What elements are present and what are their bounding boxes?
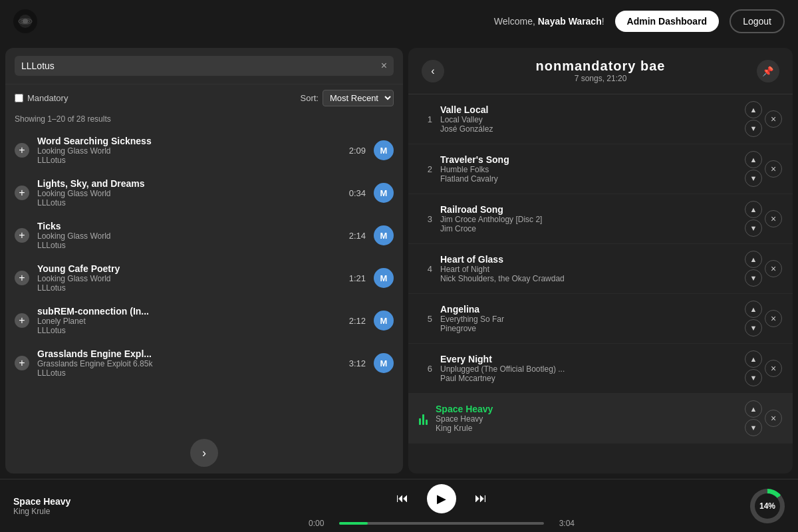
move-up-button[interactable]: ▲ (745, 151, 762, 168)
song-album: Lonely Planet (37, 317, 341, 326)
playlist-song-title: Angelina (440, 304, 737, 315)
move-down-button[interactable]: ▼ (745, 319, 762, 336)
move-up-button[interactable]: ▲ (745, 350, 762, 368)
playlist-back-button[interactable]: ‹ (422, 60, 444, 82)
move-down-button[interactable]: ▼ (745, 369, 762, 386)
song-info: Ticks Looking Glass World LLLotus (37, 221, 341, 250)
song-actions: ▲ ▼ × (745, 301, 782, 336)
add-song-button[interactable]: + (15, 186, 29, 200)
search-result-item[interactable]: + Grasslands Engine Expl... Grasslands E… (5, 342, 403, 384)
playlist-song-item[interactable]: 2 Traveler's Song Humble Folks Flatland … (408, 144, 793, 194)
remove-song-button[interactable]: × (765, 360, 782, 377)
welcome-text: Welcome, Nayab Warach! (494, 16, 604, 27)
skip-forward-button[interactable]: ⏭ (469, 487, 492, 510)
search-result-item[interactable]: + Lights, Sky, and Dreams Looking Glass … (5, 172, 403, 214)
logout-button[interactable]: Logout (730, 9, 785, 33)
song-info: Young Cafe Poetry Looking Glass World LL… (37, 263, 341, 293)
reorder-buttons: ▲ ▼ (745, 400, 762, 436)
playlist-song-title: Heart of Glass (440, 254, 737, 265)
filter-row: Mandatory Sort: Most Recent Alphabetical… (5, 84, 403, 112)
volume-control[interactable]: 14% (750, 489, 785, 523)
results-info: Showing 1–20 of 28 results (5, 112, 403, 129)
playlist-song-artist: Jim Croce (440, 224, 737, 233)
playlist-song-title: Space Heavy (436, 404, 737, 414)
reorder-buttons: ▲ ▼ (745, 350, 762, 386)
search-input[interactable] (21, 61, 376, 71)
playlist-song-album: Heart of Night (440, 265, 737, 274)
remove-song-button[interactable]: × (765, 260, 782, 277)
playlist-song-item[interactable]: Space Heavy Space Heavy King Krule ▲ ▼ × (408, 394, 793, 444)
mandatory-checkbox[interactable] (15, 94, 23, 102)
playlist-song-item[interactable]: 6 Every Night Unplugged (The Official Bo… (408, 344, 793, 394)
song-actions: ▲ ▼ × (745, 101, 782, 137)
next-page-button[interactable]: › (190, 439, 218, 467)
song-duration: 2:12 (349, 316, 366, 326)
move-up-button[interactable]: ▲ (745, 251, 762, 268)
mandatory-checkbox-label[interactable]: Mandatory (15, 93, 68, 103)
remove-song-button[interactable]: × (765, 160, 782, 178)
sort-select[interactable]: Most Recent Alphabetical Duration (323, 90, 394, 106)
add-song-button[interactable]: + (15, 313, 29, 328)
play-pause-button[interactable]: ▶ (427, 484, 456, 513)
playlist-song-item[interactable]: 3 Railroad Song Jim Croce Anthology [Dis… (408, 194, 793, 244)
playlist-song-title: Valle Local (440, 104, 737, 115)
playlist-header-center: nonmandatory bae 7 songs, 21:20 (536, 59, 666, 83)
song-actions: ▲ ▼ × (745, 350, 782, 386)
volume-label: 14% (755, 493, 780, 519)
search-result-item[interactable]: + Word Searching Sickness Looking Glass … (5, 129, 403, 172)
remove-song-button[interactable]: × (765, 210, 782, 227)
song-duration: 3:12 (349, 358, 366, 368)
clear-search-button[interactable]: × (381, 60, 387, 72)
remove-song-button[interactable]: × (765, 410, 782, 427)
pin-button[interactable]: 📌 (757, 60, 779, 82)
playlist-song-artist: José González (440, 124, 737, 134)
add-song-button[interactable]: + (15, 271, 29, 285)
avatar: M (374, 268, 394, 288)
admin-dashboard-button[interactable]: Admin Dashboard (615, 11, 720, 32)
add-song-button[interactable]: + (15, 356, 29, 370)
skip-back-button[interactable]: ⏮ (391, 487, 414, 510)
remove-song-button[interactable]: × (765, 310, 782, 327)
playlist-song-item[interactable]: 4 Heart of Glass Heart of Night Nick Sho… (408, 244, 793, 294)
playlist-song-artist: Pinegrove (440, 324, 737, 333)
remove-song-button[interactable]: × (765, 110, 782, 128)
current-time: 0:00 (309, 519, 332, 528)
main-content: × Mandatory Sort: Most Recent Alphabetic… (0, 43, 798, 479)
player-controls: ⏮ ▶ ⏭ 0:00 3:04 (146, 484, 737, 528)
search-result-item[interactable]: + subREM-connection (In... Lonely Planet… (5, 299, 403, 342)
avatar: M (374, 311, 394, 331)
song-artist: LLLotus (37, 241, 341, 250)
app-logo (13, 9, 37, 33)
song-title: Young Cafe Poetry (37, 263, 341, 274)
avatar: M (374, 353, 394, 373)
add-song-button[interactable]: + (15, 143, 29, 158)
playlist-song-artist: Flatland Cavalry (440, 174, 737, 184)
move-up-button[interactable]: ▲ (745, 400, 762, 418)
playlist-song-item[interactable]: 5 Angelina Everything So Far Pinegrove ▲… (408, 294, 793, 344)
reorder-buttons: ▲ ▼ (745, 151, 762, 187)
song-title: Grasslands Engine Expl... (37, 348, 341, 359)
add-song-button[interactable]: + (15, 228, 29, 243)
playlist-songs: 1 Valle Local Local Valley José González… (408, 94, 793, 473)
song-title: Ticks (37, 221, 341, 231)
search-result-item[interactable]: + Young Cafe Poetry Looking Glass World … (5, 257, 403, 299)
move-up-button[interactable]: ▲ (745, 101, 762, 118)
move-down-button[interactable]: ▼ (745, 219, 762, 237)
search-result-item[interactable]: + Ticks Looking Glass World LLLotus 2:14… (5, 214, 403, 257)
playlist-song-item[interactable]: 1 Valle Local Local Valley José González… (408, 94, 793, 144)
song-actions: ▲ ▼ × (745, 151, 782, 187)
song-number: 4 (419, 264, 432, 274)
move-up-button[interactable]: ▲ (745, 201, 762, 218)
playlist-song-info: Railroad Song Jim Croce Anthology [Disc … (440, 204, 737, 233)
song-title: Lights, Sky, and Dreams (37, 178, 341, 189)
move-down-button[interactable]: ▼ (745, 269, 762, 287)
progress-track[interactable] (339, 522, 544, 525)
move-down-button[interactable]: ▼ (745, 419, 762, 436)
reorder-buttons: ▲ ▼ (745, 251, 762, 287)
search-bar: × (5, 48, 403, 84)
move-down-button[interactable]: ▼ (745, 170, 762, 187)
playlist-song-info: Angelina Everything So Far Pinegrove (440, 304, 737, 333)
now-playing-info: Space Heavy King Krule (13, 496, 133, 516)
move-down-button[interactable]: ▼ (745, 120, 762, 137)
move-up-button[interactable]: ▲ (745, 301, 762, 318)
